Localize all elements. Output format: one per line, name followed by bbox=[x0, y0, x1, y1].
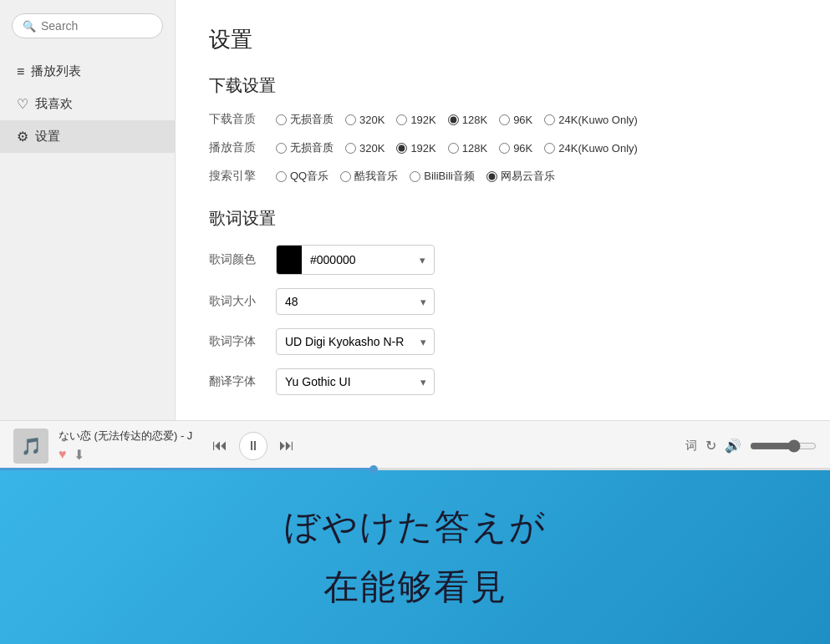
download-section-title: 下载设置 bbox=[209, 74, 797, 97]
playback-quality-group: 无损音质 320K 192K 128K 96K 24K(Kuwo Only) bbox=[276, 140, 638, 155]
trans-font-select-wrapper: Yu Gothic UI MS Gothic Meiryo Arial bbox=[276, 368, 435, 395]
lyrics-font-label: 歌词字体 bbox=[209, 334, 276, 349]
radio-192k-pb[interactable]: 192K bbox=[396, 142, 435, 155]
lyrics-section-title: 歌词设置 bbox=[209, 207, 797, 230]
playback-quality-row: 播放音质 无损音质 320K 192K 128K 96K 24K(Kuwo On… bbox=[209, 140, 797, 155]
radio-320k-pb[interactable]: 320K bbox=[345, 142, 384, 155]
radio-kuwo[interactable]: 酷我音乐 bbox=[340, 169, 398, 184]
album-art: 🎵 bbox=[13, 428, 48, 464]
search-icon: 🔍 bbox=[23, 20, 36, 33]
lyrics-color-select-wrapper: #000000 ▾ bbox=[276, 245, 435, 275]
download-settings-section: 下载设置 下载音质 无损音质 320K 192K 128K 96K 24K(Ku… bbox=[209, 74, 797, 184]
lyrics-size-label: 歌词大小 bbox=[209, 294, 276, 309]
sidebar-item-favorites[interactable]: ♡ 我喜欢 bbox=[0, 88, 175, 120]
download-quality-row: 下载音质 无损音质 320K 192K 128K 96K 24K(Kuwo On… bbox=[209, 112, 797, 127]
player-progress[interactable] bbox=[0, 468, 830, 470]
radio-320k-dl[interactable]: 320K bbox=[345, 114, 384, 126]
radio-qq[interactable]: QQ音乐 bbox=[276, 169, 328, 184]
next-button[interactable]: ⏭ bbox=[276, 434, 298, 458]
radio-24k-pb[interactable]: 24K(Kuwo Only) bbox=[544, 142, 638, 155]
color-preview bbox=[277, 246, 302, 274]
prev-button[interactable]: ⏮ bbox=[209, 434, 231, 458]
lyrics-size-select-wrapper: 24 32 36 48 56 64 bbox=[276, 288, 435, 315]
sidebar: 🔍 ✕ ≡ 播放列表 ♡ 我喜欢 ⚙ 设置 bbox=[0, 0, 176, 420]
sidebar-item-playlist[interactable]: ≡ 播放列表 bbox=[0, 55, 175, 88]
volume-slider[interactable] bbox=[750, 439, 817, 453]
play-pause-button[interactable]: ⏸ bbox=[239, 432, 267, 460]
download-quality-group: 无损音质 320K 192K 128K 96K 24K(Kuwo Only) bbox=[276, 112, 638, 127]
search-input[interactable] bbox=[41, 19, 187, 33]
radio-lossless-dl[interactable]: 无损音质 bbox=[276, 112, 334, 127]
lyrics-font-row: 歌词字体 UD Digi Kyokasho N-R Yu Gothic UI M… bbox=[209, 328, 797, 355]
download-quality-label: 下载音质 bbox=[209, 112, 276, 127]
main-content: 设置 下载设置 下载音质 无损音质 320K 192K 128K 96K 24K… bbox=[176, 0, 830, 420]
list-icon: ≡ bbox=[17, 64, 24, 79]
sidebar-label-settings: 设置 bbox=[35, 129, 60, 145]
heart-button[interactable]: ♥ bbox=[59, 447, 67, 463]
trans-font-row: 翻译字体 Yu Gothic UI MS Gothic Meiryo Arial bbox=[209, 368, 797, 395]
sidebar-label-favorites: 我喜欢 bbox=[35, 96, 73, 112]
lyrics-color-label: 歌词颜色 bbox=[209, 252, 276, 267]
radio-netease[interactable]: 网易云音乐 bbox=[486, 169, 555, 184]
radio-128k-pb[interactable]: 128K bbox=[448, 142, 487, 155]
playback-quality-label: 播放音质 bbox=[209, 140, 276, 155]
sidebar-item-settings[interactable]: ⚙ 设置 bbox=[0, 120, 175, 153]
lyrics-display-area: ぼやけた答えが 在能够看見 bbox=[0, 470, 830, 644]
download-button[interactable]: ⬇ bbox=[74, 447, 84, 463]
radio-192k-dl[interactable]: 192K bbox=[396, 114, 435, 126]
track-controls: ⏮ ⏸ ⏭ bbox=[209, 432, 298, 460]
radio-128k-dl[interactable]: 128K bbox=[448, 114, 487, 126]
player-bar: 🎵 ない恋 (无法传达的恋爱) - J ♥ ⬇ ⏮ ⏸ ⏭ 词 ↻ 🔊 bbox=[0, 420, 830, 470]
radio-96k-pb[interactable]: 96K bbox=[499, 142, 532, 155]
lyrics-size-select[interactable]: 24 32 36 48 56 64 bbox=[276, 288, 435, 315]
search-engine-label: 搜索引擎 bbox=[209, 169, 276, 184]
lyrics-color-row: 歌词颜色 #000000 ▾ bbox=[209, 245, 797, 275]
sidebar-label-playlist: 播放列表 bbox=[31, 63, 81, 79]
progress-dot[interactable] bbox=[369, 465, 378, 474]
lyrics-button[interactable]: 词 bbox=[685, 439, 697, 454]
lyric-line-1: ぼやけた答えが bbox=[284, 504, 547, 550]
volume-icon: 🔊 bbox=[725, 438, 741, 454]
heart-icon: ♡ bbox=[17, 96, 28, 112]
track-info: ない恋 (无法传达的恋爱) - J ♥ ⬇ bbox=[59, 428, 192, 463]
lyrics-size-row: 歌词大小 24 32 36 48 56 64 bbox=[209, 288, 797, 315]
search-engine-group: QQ音乐 酷我音乐 BiliBili音频 网易云音乐 bbox=[276, 169, 555, 184]
lyric-line-2: 在能够看見 bbox=[323, 564, 507, 611]
trans-font-select[interactable]: Yu Gothic UI MS Gothic Meiryo Arial bbox=[276, 368, 435, 395]
trans-font-label: 翻译字体 bbox=[209, 374, 276, 389]
page-title: 设置 bbox=[209, 25, 797, 54]
radio-lossless-pb[interactable]: 无损音质 bbox=[276, 140, 334, 155]
repeat-button[interactable]: ↻ bbox=[705, 438, 716, 454]
radio-24k-dl[interactable]: 24K(Kuwo Only) bbox=[544, 114, 638, 126]
gear-icon: ⚙ bbox=[17, 129, 28, 145]
radio-96k-dl[interactable]: 96K bbox=[499, 114, 532, 126]
search-box[interactable]: 🔍 ✕ bbox=[12, 13, 163, 38]
lyrics-settings-section: 歌词设置 歌词颜色 #000000 ▾ 歌词大小 bbox=[209, 207, 797, 395]
lyrics-font-select-wrapper: UD Digi Kyokasho N-R Yu Gothic UI MS Got… bbox=[276, 328, 435, 355]
track-name: ない恋 (无法传达的恋爱) - J bbox=[59, 428, 192, 444]
player-right-controls: 词 ↻ 🔊 bbox=[685, 438, 817, 454]
progress-fill bbox=[0, 468, 374, 470]
search-engine-row: 搜索引擎 QQ音乐 酷我音乐 BiliBili音频 网易云音乐 bbox=[209, 169, 797, 184]
lyrics-color-select[interactable]: #000000 bbox=[302, 247, 434, 272]
radio-bilibili[interactable]: BiliBili音频 bbox=[410, 169, 475, 184]
lyrics-font-select[interactable]: UD Digi Kyokasho N-R Yu Gothic UI MS Got… bbox=[276, 328, 435, 355]
